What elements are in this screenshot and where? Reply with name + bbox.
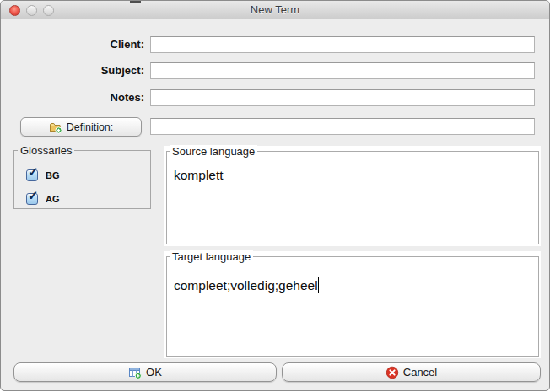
- glossary-checkbox-bg[interactable]: ✓ BG: [26, 169, 60, 182]
- subject-label: Subject:: [1, 62, 144, 79]
- notes-label: Notes:: [1, 89, 144, 106]
- background-artifact: [130, 1, 141, 3]
- definition-input[interactable]: [150, 118, 535, 135]
- glossaries-group: Glossaries ✓ BG ✓ AG: [13, 150, 151, 209]
- checkmark-icon: ✓: [28, 165, 39, 179]
- target-language-text: compleet;volledig;geheel: [174, 278, 318, 293]
- notes-input[interactable]: [150, 89, 535, 106]
- subject-input[interactable]: [150, 62, 535, 79]
- cancel-button-label: Cancel: [403, 366, 437, 379]
- titlebar[interactable]: New Term: [1, 1, 549, 19]
- table-add-icon: [128, 366, 142, 379]
- definition-button-label: Definition:: [67, 121, 114, 133]
- cancel-button[interactable]: Cancel: [282, 362, 541, 382]
- ok-button-label: OK: [146, 366, 162, 379]
- target-language-title: Target language: [170, 250, 253, 263]
- ok-button[interactable]: OK: [13, 362, 277, 382]
- client-input[interactable]: [150, 36, 535, 53]
- checkbox-checked-icon[interactable]: ✓: [26, 193, 38, 205]
- client-label: Client:: [1, 36, 144, 53]
- glossaries-group-title: Glossaries: [18, 144, 74, 157]
- text-caret: [318, 277, 319, 293]
- cancel-x-icon: [386, 366, 399, 379]
- source-language-title: Source language: [170, 145, 257, 158]
- target-language-panel: Target language compleet;volledig;geheel: [164, 251, 541, 358]
- checkmark-icon: ✓: [28, 189, 39, 202]
- new-term-dialog: New Term Client: Subject: Notes: Definit…: [0, 0, 550, 391]
- source-language-border: Source language: [166, 151, 539, 244]
- folder-add-icon: [49, 121, 62, 134]
- glossary-checkbox-ag[interactable]: ✓ AG: [26, 192, 60, 206]
- glossary-checkbox-label: BG: [46, 170, 60, 180]
- window-title: New Term: [1, 3, 549, 16]
- source-language-panel: Source language komplett: [164, 146, 541, 246]
- glossary-checkbox-label: AG: [46, 194, 60, 204]
- definition-button[interactable]: Definition:: [20, 117, 142, 137]
- source-language-text: komplett: [174, 168, 224, 182]
- source-language-textarea[interactable]: komplett: [174, 168, 224, 183]
- target-language-textarea[interactable]: compleet;volledig;geheel: [174, 277, 319, 293]
- target-language-border: Target language: [166, 256, 539, 357]
- checkbox-checked-icon[interactable]: ✓: [26, 169, 38, 181]
